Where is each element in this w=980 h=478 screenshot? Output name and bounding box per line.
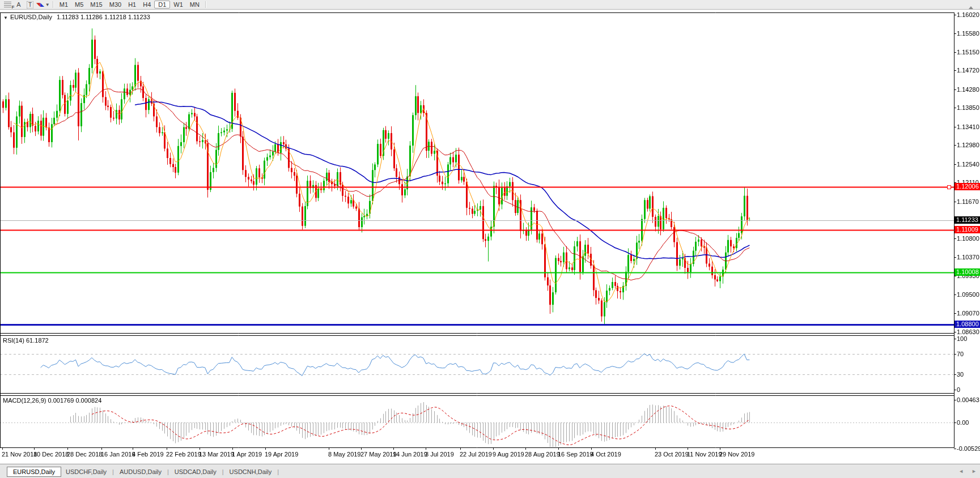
timeframe-button-mn[interactable]: MN xyxy=(186,1,203,8)
price-chart-canvas[interactable] xyxy=(0,0,980,478)
toolbar: F A T ◥◣ ▼ M1M5M15M30H1H4D1W1MN xyxy=(0,0,980,10)
tab-scroll-right-arrow[interactable]: ► xyxy=(971,468,977,474)
timeframe-button-h1[interactable]: H1 xyxy=(125,1,139,8)
tabs-holder: EURUSD,DailyUSDCHF,Daily|AUDUSD,Daily|US… xyxy=(0,466,280,477)
timeframe-button-group: M1M5M15M30H1H4D1W1MN xyxy=(56,1,203,8)
toolbar-separator xyxy=(205,1,206,8)
toolbar-separator xyxy=(53,1,54,8)
timeframe-button-m15[interactable]: M15 xyxy=(87,1,105,8)
chart-tab-bar: EURUSD,DailyUSDCHF,Daily|AUDUSD,Daily|US… xyxy=(0,464,980,478)
arrows-tool-icon[interactable]: ◥◣ ▼ xyxy=(36,1,50,8)
chart-tab-usdchf[interactable]: USDCHF,Daily xyxy=(61,467,111,476)
font-icon-glyph: A xyxy=(16,1,20,8)
tab-scroll-nav: ◄ ► xyxy=(958,468,977,474)
tab-separator: | xyxy=(112,468,114,475)
tab-scroll-left-arrow[interactable]: ◄ xyxy=(958,468,964,474)
arrow-up-glyph: ◥ xyxy=(36,2,40,7)
scroll-up-arrow[interactable] xyxy=(969,6,973,9)
timeframe-button-m30[interactable]: M30 xyxy=(106,1,125,8)
chart-tab-audusd[interactable]: AUDUSD,Daily xyxy=(115,467,166,476)
text-label-glyph: T xyxy=(27,1,33,8)
chart-tab-usdcnh[interactable]: USDCNH,Daily xyxy=(225,467,277,476)
tab-separator: | xyxy=(222,468,224,475)
timeframe-button-d1[interactable]: D1 xyxy=(154,1,170,8)
tab-separator: | xyxy=(277,468,279,475)
text-label-icon[interactable]: T xyxy=(25,1,35,8)
timeframe-button-m1[interactable]: M1 xyxy=(56,1,71,8)
grid-pattern-glyph: F xyxy=(4,2,11,8)
metatrader-window: F A T ◥◣ ▼ M1M5M15M30H1H4D1W1MN ▼EURUSD,… xyxy=(0,0,980,478)
chart-tab-eurusd[interactable]: EURUSD,Daily xyxy=(7,467,61,477)
timeframe-button-w1[interactable]: W1 xyxy=(170,1,186,8)
timeframe-button-m5[interactable]: M5 xyxy=(71,1,87,8)
arrow-down-glyph: ◣ xyxy=(40,2,44,7)
grid-pattern-icon[interactable]: F xyxy=(2,1,12,8)
tab-separator: | xyxy=(167,468,169,475)
font-icon[interactable]: A xyxy=(14,1,24,8)
chart-tab-usdcad[interactable]: USDCAD,Daily xyxy=(170,467,221,476)
timeframe-button-h4[interactable]: H4 xyxy=(139,1,154,8)
dropdown-caret-icon[interactable]: ▼ xyxy=(45,2,50,7)
